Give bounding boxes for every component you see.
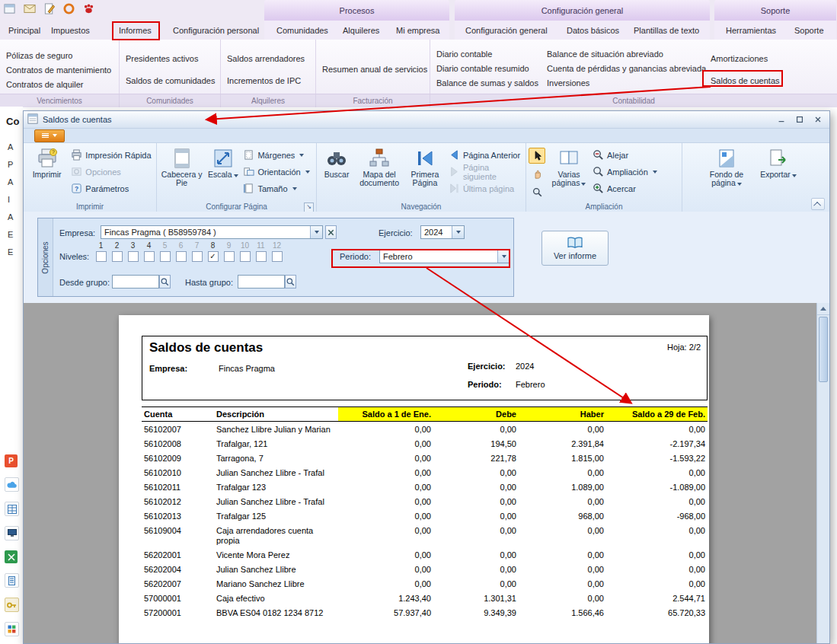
ribbon-item-saldos-arrendadores[interactable]: Saldos arrendadores <box>221 52 315 66</box>
orientation-button[interactable]: Orientación <box>241 164 314 179</box>
ribbon-item-perdidas-ganancias[interactable]: Cuenta de pérdidas y ganancias abreviada <box>541 62 704 76</box>
nivel-checkbox-3[interactable] <box>128 251 139 262</box>
table-icon[interactable] <box>5 502 19 516</box>
nivel-checkbox-1[interactable] <box>96 251 107 262</box>
apps-grid-icon[interactable] <box>5 622 19 636</box>
cloud-icon[interactable] <box>5 477 19 492</box>
ribbon-item-diario-contable[interactable]: Diario contable <box>430 47 541 62</box>
chevron-down-icon[interactable] <box>452 226 464 238</box>
left-panel-item-6[interactable]: E <box>8 244 13 261</box>
monitor-icon[interactable] <box>5 526 19 540</box>
document-icon[interactable] <box>5 573 19 588</box>
nivel-checkbox-7[interactable] <box>192 251 203 262</box>
scale-button[interactable]: Escala <box>206 146 240 202</box>
nivel-checkbox-10[interactable] <box>240 251 251 262</box>
nivel-checkbox-8[interactable]: ✓ <box>208 251 219 262</box>
ribbon-item-presidentes-activos[interactable]: Presidentes activos <box>120 52 220 66</box>
empresa-clear-button[interactable] <box>325 225 337 239</box>
page-background-button[interactable]: Fondo de página <box>704 146 749 202</box>
ribbon-item-inversiones[interactable]: Inversiones <box>541 76 704 91</box>
nivel-checkbox-2[interactable] <box>112 251 123 262</box>
tab-principal[interactable]: Principal <box>6 22 43 39</box>
minimize-button[interactable] <box>773 113 789 126</box>
periodo-combobox[interactable]: Febrero <box>379 250 510 263</box>
parameters-button[interactable]: ? Parámetros <box>69 181 154 196</box>
export-button[interactable]: Exportar <box>757 146 800 202</box>
maximize-button[interactable] <box>791 113 807 126</box>
ribbon-item-saldos-de-comunidades[interactable]: Saldos de comunidades <box>120 74 220 88</box>
next-page-button[interactable]: Página siguiente <box>447 164 523 179</box>
document-map-button[interactable]: Mapa del documento <box>356 146 403 202</box>
ribbon-item-incrementos-ipc[interactable]: Incrementos de IPC <box>221 74 315 88</box>
zoom-tool-button[interactable] <box>529 184 545 200</box>
nivel-checkbox-4[interactable] <box>144 251 155 262</box>
close-button[interactable] <box>810 113 826 126</box>
header-footer-button[interactable]: Cabecera y Pie <box>159 146 204 202</box>
dialog-titlebar[interactable]: Saldos de cuentas <box>24 111 829 129</box>
tab-mi-empresa[interactable]: Mi empresa <box>394 22 442 39</box>
tab-configuracion-personal[interactable]: Configuración personal <box>171 22 261 39</box>
pointer-tool-button[interactable] <box>529 148 545 164</box>
tab-herramientas[interactable]: Herramientas <box>724 22 778 39</box>
quick-print-button[interactable]: Impresión Rápida <box>69 148 154 162</box>
nivel-checkbox-5[interactable] <box>160 251 171 262</box>
previous-page-button[interactable]: Página Anterior <box>447 148 523 162</box>
zoom-in-button[interactable]: Acercar <box>591 181 672 196</box>
chevron-down-icon[interactable] <box>497 250 510 263</box>
ribbon-item-polizas-de-seguro[interactable]: Pólizas de seguro <box>0 49 119 63</box>
tab-soporte[interactable]: Soporte <box>792 22 826 39</box>
size-button[interactable]: Tamaño <box>241 181 314 196</box>
chevron-down-icon[interactable] <box>310 226 322 238</box>
first-page-button[interactable]: Primera Página <box>404 146 446 202</box>
pragma-app-icon[interactable]: P <box>5 454 18 467</box>
search-button[interactable]: Buscar <box>319 146 354 202</box>
left-panel-item-2[interactable]: A <box>8 174 13 191</box>
ribbon-item-balance-sumas-saldos[interactable]: Balance de sumas y saldos <box>430 76 541 91</box>
left-panel-item-3[interactable]: I <box>8 191 13 209</box>
paw-icon[interactable] <box>82 2 95 15</box>
ver-informe-button[interactable]: Ver informe <box>541 231 609 266</box>
edit-document-icon[interactable] <box>43 2 56 15</box>
desde-grupo-input[interactable] <box>112 275 159 289</box>
nivel-checkbox-9[interactable] <box>224 251 235 262</box>
scrollbar-thumb[interactable] <box>819 317 828 382</box>
zoom-out-button[interactable]: Alejar <box>591 148 672 162</box>
application-menu-button[interactable] <box>34 129 65 142</box>
record-icon[interactable] <box>62 2 75 15</box>
tab-informes[interactable]: Informes <box>117 22 154 39</box>
nivel-checkbox-12[interactable] <box>272 251 283 262</box>
tab-alquileres[interactable]: Alquileres <box>340 22 382 39</box>
tab-plantillas-de-texto[interactable]: Plantillas de texto <box>631 22 701 39</box>
spreadsheet-icon[interactable] <box>5 550 18 563</box>
ribbon-item-resumen-anual-servicios[interactable]: Resumen anual de servicios <box>316 62 430 77</box>
desde-grupo-search-button[interactable] <box>159 275 171 289</box>
left-panel-item-5[interactable]: E <box>8 226 13 244</box>
zoom-level-button[interactable]: Ampliación <box>591 164 672 179</box>
ribbon-item-contratos-mantenimiento[interactable]: Contratos de mantenimiento <box>0 63 119 78</box>
last-page-button[interactable]: Última página <box>447 181 523 196</box>
ejercicio-combobox[interactable]: 2024 <box>420 225 465 239</box>
ribbon-item-contratos-alquiler[interactable]: Contratos de alquiler <box>0 78 119 92</box>
nivel-checkbox-11[interactable] <box>256 251 267 262</box>
ribbon-item-balance-situacion[interactable]: Balance de situación abreviado <box>541 47 704 62</box>
left-panel-item-4[interactable]: A <box>8 209 13 226</box>
margins-button[interactable]: Márgenes <box>241 148 314 162</box>
nivel-checkbox-6[interactable] <box>176 251 187 262</box>
options-vertical-tab[interactable]: Opciones <box>38 218 53 296</box>
vertical-scrollbar[interactable] <box>816 303 829 643</box>
key-icon[interactable] <box>5 598 19 612</box>
scroll-up-button[interactable] <box>817 303 829 315</box>
tab-impuestos[interactable]: Impuestos <box>49 22 92 39</box>
ribbon-item-saldos-de-cuentas[interactable]: Saldos de cuentas <box>704 74 837 88</box>
hasta-grupo-input[interactable] <box>238 275 285 289</box>
collapse-toolbar-button[interactable] <box>811 198 825 210</box>
multiple-pages-button[interactable]: Varias páginas <box>548 146 589 202</box>
tab-datos-basicos[interactable]: Datos básicos <box>564 22 621 39</box>
left-panel-item-0[interactable]: A <box>8 139 13 156</box>
ribbon-item-diario-contable-resumido[interactable]: Diario contable resumido <box>430 62 541 76</box>
ribbon-item-amortizaciones[interactable]: Amortizaciones <box>704 52 837 66</box>
print-options-button[interactable]: Opciones <box>69 164 154 179</box>
empresa-combobox[interactable]: Fincas Pragma ( B58959784 ) <box>101 225 323 239</box>
hand-tool-button[interactable] <box>529 166 545 182</box>
tab-configuracion-general[interactable]: Configuración general <box>463 22 550 39</box>
